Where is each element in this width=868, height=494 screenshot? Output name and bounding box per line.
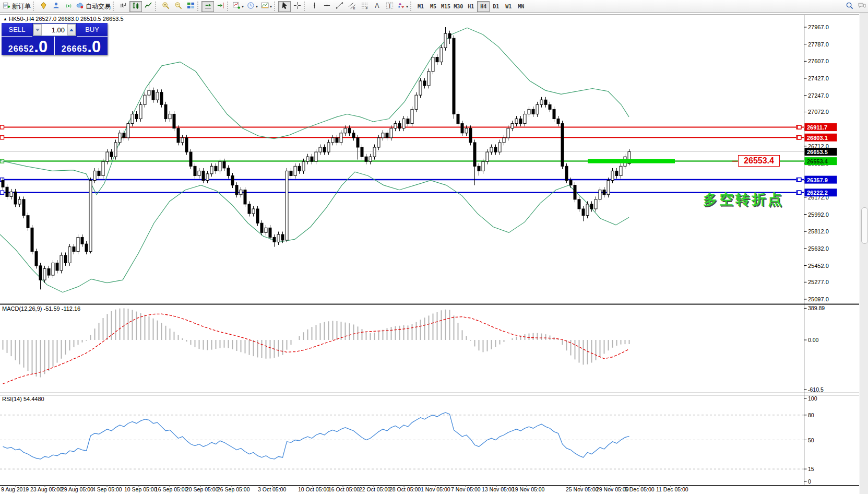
candlestick-chart-button[interactable] — [129, 1, 142, 12]
trading-terminal-window: 新订单自动交易▾▾▾EFAT▾M1M5M15M30H1H4D1W1MN 2796… — [0, 0, 868, 494]
svg-text:26357.9: 26357.9 — [807, 177, 828, 183]
price-label-box[interactable]: 26553.4 — [738, 155, 780, 167]
arrows-button[interactable]: ▾ — [396, 1, 410, 12]
search-button[interactable] — [843, 1, 855, 12]
price-axis: 27967.027787.027607.027427.027247.027072… — [798, 24, 837, 302]
tile-windows-button[interactable] — [184, 1, 197, 12]
buy-price[interactable]: 26665.0 — [54, 37, 108, 55]
timeframe-d1-button[interactable]: D1 — [490, 1, 502, 12]
zoom-in-button[interactable] — [159, 1, 172, 12]
crosshair-button[interactable] — [291, 1, 303, 12]
timeframe-m15-button[interactable]: M15 — [439, 1, 452, 12]
bar-chart-icon — [120, 2, 127, 11]
scrollbar-thumb[interactable] — [861, 207, 868, 244]
timeframe-m5-button[interactable]: M5 — [427, 1, 439, 12]
bar-chart-button[interactable] — [117, 1, 129, 12]
vertical-line-button[interactable] — [308, 1, 320, 12]
toolbar-divider — [197, 2, 200, 11]
search-icon — [846, 2, 853, 11]
svg-text:27607.0: 27607.0 — [808, 58, 829, 64]
auto-scroll-icon — [204, 2, 212, 11]
new-order-button[interactable]: 新订单 — [1, 1, 32, 12]
text-button[interactable]: A — [371, 1, 383, 12]
chart-canvas[interactable]: 27967.027787.027607.027427.027247.027072… — [0, 0, 868, 494]
svg-text:25452.0: 25452.0 — [808, 263, 829, 269]
cursor-icon — [281, 2, 289, 11]
line-chart-button[interactable] — [142, 1, 154, 12]
collapse-arrow-icon[interactable]: ▲ — [3, 17, 7, 21]
tile-windows-icon — [187, 2, 195, 11]
timeframe-h4-button[interactable]: H4 — [477, 1, 490, 12]
sell-price[interactable]: 26652.0 — [2, 37, 54, 55]
new-order-icon — [3, 2, 10, 11]
periods-icon — [247, 2, 255, 11]
timeframe-m1-button[interactable]: M1 — [414, 1, 427, 12]
toolbar-divider — [155, 2, 158, 11]
svg-text:26222.2: 26222.2 — [807, 190, 828, 196]
zoom-out-icon — [174, 2, 182, 11]
svg-text:25097.0: 25097.0 — [808, 296, 829, 302]
signals-button[interactable] — [62, 1, 75, 12]
svg-text:0.00: 0.00 — [808, 337, 819, 343]
svg-text:26803.1: 26803.1 — [807, 135, 828, 141]
line-left-handle — [1, 136, 4, 139]
chat-button[interactable] — [855, 1, 868, 12]
auto-trading-button[interactable]: 自动交易 — [75, 1, 112, 12]
fibonacci-button[interactable]: F — [358, 1, 371, 12]
indicators-dropdown-caret[interactable]: ▾ — [242, 4, 244, 9]
svg-text:3 Oct 05:00: 3 Oct 05:00 — [258, 486, 286, 492]
svg-text:25812.0: 25812.0 — [808, 228, 829, 234]
svg-text:9 Aug 2019: 9 Aug 2019 — [1, 486, 29, 492]
svg-text:25632.0: 25632.0 — [808, 245, 829, 252]
highlight-segment[interactable] — [588, 159, 675, 163]
timeframe-mn-label: MN — [518, 4, 524, 9]
volume-field[interactable]: 1.00 — [33, 23, 76, 36]
equidistant-channel-button[interactable]: E — [346, 1, 358, 12]
svg-text:-610.5: -610.5 — [808, 386, 824, 393]
timeframe-h1-button[interactable]: H1 — [465, 1, 477, 12]
arrows-dropdown-caret[interactable]: ▾ — [406, 4, 408, 9]
horizontal-line-button[interactable] — [320, 1, 333, 12]
svg-text:25992.0: 25992.0 — [808, 211, 829, 218]
timeframe-h1-label: H1 — [468, 4, 474, 9]
right-scrollbar[interactable] — [860, 13, 868, 494]
indicators-button[interactable]: ▾ — [231, 1, 245, 12]
templates-dropdown-caret[interactable]: ▾ — [270, 4, 272, 9]
rsi-pane[interactable]: 1008050150 — [0, 395, 817, 485]
volume-decrease-button[interactable] — [33, 24, 42, 36]
text-label-icon: T — [386, 2, 394, 11]
chart-shift-button[interactable] — [214, 1, 227, 12]
periods-button[interactable]: ▾ — [245, 1, 259, 12]
volume-value[interactable]: 1.00 — [42, 24, 67, 36]
templates-icon — [261, 2, 269, 11]
templates-button[interactable]: ▾ — [259, 1, 274, 12]
buy-button[interactable]: BUY — [77, 23, 108, 37]
main-chart-pane[interactable] — [0, 27, 804, 292]
metaeditor-button[interactable] — [37, 1, 50, 12]
trendline-button[interactable] — [333, 1, 346, 12]
text-icon: A — [373, 2, 381, 11]
macd-pane[interactable]: 389.890.00-610.5 — [3, 305, 825, 393]
rsi-line — [3, 413, 629, 459]
one-click-trading-panel: SELL 1.00 BUY 26652.0 26665.0 — [2, 23, 108, 55]
cursor-button[interactable] — [278, 1, 291, 12]
svg-text:27247.0: 27247.0 — [808, 92, 829, 99]
timeframe-m5-label: M5 — [430, 4, 436, 9]
timeframe-m30-button[interactable]: M30 — [452, 1, 465, 12]
svg-text:25 Nov 05:00: 25 Nov 05:00 — [566, 486, 599, 492]
timeframe-mn-button[interactable]: MN — [515, 1, 527, 12]
timeframe-m15-label: M15 — [441, 4, 450, 9]
volume-increase-button[interactable] — [67, 24, 76, 36]
timeframe-w1-button[interactable]: W1 — [502, 1, 515, 12]
svg-text:T: T — [388, 2, 391, 8]
text-label-button[interactable]: T — [383, 1, 396, 12]
toolbar-divider — [227, 2, 230, 11]
community-button[interactable] — [50, 1, 62, 12]
auto-scroll-button[interactable] — [201, 1, 214, 12]
svg-text:E: E — [353, 6, 355, 9]
price-tag: 26653.5 — [805, 148, 837, 156]
chart-title: ▲ HK50-,H4 26527.0 26683.0 26510.5 26653… — [3, 16, 124, 22]
periods-dropdown-caret[interactable]: ▾ — [256, 4, 258, 9]
zoom-out-button[interactable] — [172, 1, 184, 12]
sell-button[interactable]: SELL — [2, 23, 32, 37]
